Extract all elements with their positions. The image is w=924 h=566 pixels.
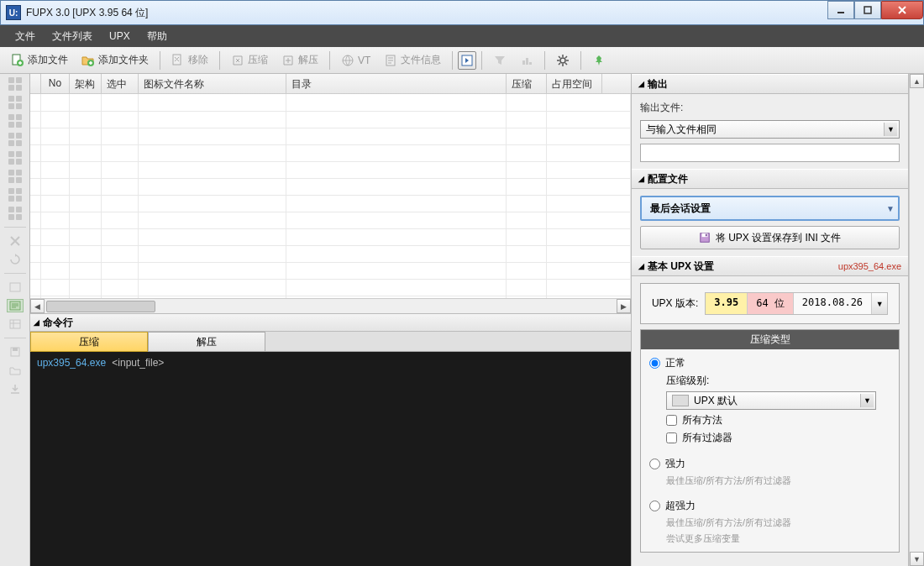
decompress-label: 解压 [298, 53, 318, 67]
table-header: No 架构 选中 图标文件名称 目录 压缩 占用空间 [30, 74, 631, 94]
compress-button[interactable]: 压缩 [225, 50, 274, 71]
view-grid-icon[interactable] [7, 170, 24, 183]
vt-button[interactable]: VT [335, 50, 376, 71]
save-ini-button[interactable]: 将 UPX 设置保存到 INI 文件 [640, 226, 900, 249]
view-grid-icon[interactable] [7, 207, 24, 220]
profile-combo[interactable]: 最后会话设置 ▼ [640, 196, 900, 221]
col-arch[interactable]: 架构 [70, 74, 102, 93]
list-active-icon[interactable] [7, 299, 24, 312]
output-section-body: 输出文件: 与输入文件相同 ▼ [632, 94, 908, 169]
all-methods-row[interactable]: 所有方法 [666, 413, 890, 427]
panel-toggle-button[interactable] [458, 51, 476, 70]
view-grid-icon[interactable] [7, 188, 24, 202]
opt-super-row[interactable]: 超强力 [649, 499, 890, 513]
pin-button[interactable] [586, 50, 612, 71]
refresh-icon[interactable] [7, 253, 24, 266]
settings-button[interactable] [550, 50, 575, 71]
upx-version-label: UPX 版本: [652, 296, 698, 311]
svg-rect-1 [864, 7, 871, 13]
vertical-scrollbar[interactable]: ▲ ▼ [909, 74, 924, 566]
toolbar-separator [219, 51, 220, 70]
svg-rect-9 [522, 60, 525, 65]
add-folder-button[interactable]: 添加文件夹 [76, 50, 155, 71]
profile-section-header[interactable]: ◢ 配置文件 [632, 169, 908, 189]
toolbar-separator [580, 51, 581, 70]
opt-normal-row[interactable]: 正常 [649, 356, 890, 370]
col-size[interactable]: 占用空间 [547, 74, 602, 93]
menu-help[interactable]: 帮助 [139, 26, 176, 47]
view-grid-icon[interactable] [7, 133, 24, 146]
tab-compress[interactable]: 压缩 [30, 332, 148, 352]
all-filters-checkbox[interactable] [666, 432, 677, 443]
save-icon[interactable] [7, 345, 24, 359]
all-methods-checkbox[interactable] [666, 415, 677, 426]
view-grid-icon[interactable] [7, 96, 24, 109]
cmdline-header[interactable]: ◢ 命令行 [30, 313, 631, 332]
col-no[interactable]: No [41, 74, 70, 93]
fileinfo-button[interactable]: 文件信息 [378, 50, 447, 71]
upx-version-combo[interactable]: 3.95 64 位 2018.08.26 ▼ [705, 292, 888, 315]
upx-version-date: 2018.08.26 [794, 293, 872, 314]
close-button[interactable] [881, 1, 923, 19]
right-panel: ◢ 输出 输出文件: 与输入文件相同 ▼ ◢ 配置文件 最后会话设置 ▼ 将 U… [632, 74, 909, 566]
horizontal-scrollbar[interactable]: ◀ ▶ [30, 298, 631, 313]
menu-upx[interactable]: UPX [101, 27, 139, 45]
table-icon[interactable] [7, 317, 24, 331]
view-grid-icon[interactable] [7, 77, 24, 91]
output-title: 输出 [648, 77, 668, 92]
view-grid-icon[interactable] [7, 151, 24, 165]
toolbar-separator [160, 51, 160, 70]
scroll-left-icon[interactable]: ◀ [30, 299, 45, 313]
collapse-icon: ◢ [34, 318, 39, 327]
chevron-down-icon: ▼ [860, 394, 874, 407]
menu-filelist[interactable]: 文件列表 [44, 26, 101, 47]
level-combo[interactable]: UPX 默认 ▼ [666, 391, 876, 410]
col-sel[interactable]: 选中 [102, 74, 139, 93]
basic-section-header[interactable]: ◢ 基本 UPX 设置 upx395_64.exe [632, 256, 908, 276]
output-path-input[interactable] [640, 144, 900, 162]
upx-version-box: UPX 版本: 3.95 64 位 2018.08.26 ▼ [640, 283, 900, 324]
file-list[interactable] [30, 94, 631, 298]
maximize-button[interactable] [854, 1, 881, 19]
scroll-thumb[interactable] [46, 301, 155, 312]
window-title: FUPX 3.0 [UPX 3.95 64 位] [26, 6, 148, 20]
scroll-up-icon[interactable]: ▲ [910, 74, 924, 88]
folder-plus-icon [81, 54, 95, 67]
svg-rect-20 [706, 234, 707, 237]
profile-title: 配置文件 [648, 172, 688, 186]
col-iconfile[interactable]: 图标文件名称 [139, 74, 286, 93]
remove-icon [171, 54, 185, 67]
opt-super-radio[interactable] [649, 500, 660, 511]
filter-button[interactable] [487, 50, 512, 71]
stats-button[interactable] [514, 50, 539, 71]
opt-strong-radio[interactable] [649, 459, 660, 469]
center-panel: No 架构 选中 图标文件名称 目录 压缩 占用空间 [30, 74, 632, 566]
col-blank[interactable] [30, 74, 41, 93]
scroll-down-icon[interactable]: ▼ [910, 552, 924, 566]
minimize-button[interactable] [827, 1, 854, 19]
col-comp[interactable]: 压缩 [507, 74, 547, 93]
col-dir[interactable]: 目录 [286, 74, 507, 93]
close-icon[interactable] [7, 234, 24, 248]
output-section-header[interactable]: ◢ 输出 [632, 74, 908, 94]
all-filters-row[interactable]: 所有过滤器 [666, 431, 890, 445]
export-icon[interactable] [7, 382, 24, 396]
save-icon [699, 232, 711, 244]
level-value: UPX 默认 [694, 394, 738, 408]
view-grid-icon[interactable] [7, 114, 24, 128]
opt-strong-row[interactable]: 强力 [649, 457, 890, 471]
menu-file[interactable]: 文件 [7, 26, 44, 47]
scroll-track[interactable] [910, 88, 924, 552]
add-file-button[interactable]: 添加文件 [5, 50, 74, 71]
open-icon[interactable] [7, 364, 24, 377]
scroll-right-icon[interactable]: ▶ [617, 299, 631, 313]
decompress-button[interactable]: 解压 [276, 50, 324, 71]
list-icon[interactable] [7, 280, 24, 294]
svg-rect-0 [837, 12, 844, 13]
output-file-label: 输出文件: [640, 101, 900, 115]
panel-arrow-icon [460, 54, 474, 67]
opt-normal-radio[interactable] [649, 358, 660, 369]
remove-button[interactable]: 移除 [165, 50, 214, 71]
output-file-combo[interactable]: 与输入文件相同 ▼ [640, 120, 900, 139]
tab-decompress[interactable]: 解压 [148, 332, 265, 352]
